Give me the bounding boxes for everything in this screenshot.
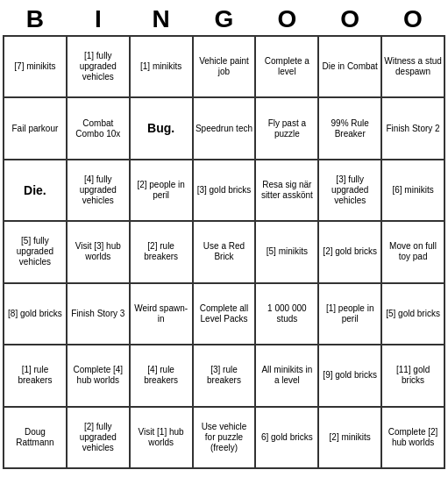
bingo-cell-13[interactable]: Finish Story 2: [381, 97, 444, 159]
bingo-cell-36[interactable]: Complete [4] hub worlds: [67, 345, 130, 406]
header-b: B: [5, 5, 65, 33]
header-i: I: [68, 5, 128, 33]
bingo-cell-17[interactable]: [3] gold bricks: [193, 160, 256, 221]
bingo-cell-11[interactable]: Fly past a puzzle: [255, 97, 318, 159]
bingo-cell-23[interactable]: [2] rule breakers: [130, 221, 193, 282]
bingo-cell-25[interactable]: [5] minikits: [255, 221, 318, 282]
bingo-cell-33[interactable]: [1] people in peril: [318, 283, 381, 345]
bingo-cell-20[interactable]: [6] minikits: [381, 160, 444, 221]
bingo-cell-46[interactable]: 6] gold bricks: [255, 407, 318, 468]
bingo-grid: [7] minikits[1] fully upgraded vehicles[…: [3, 35, 445, 469]
bingo-cell-40[interactable]: [9] gold bricks: [318, 345, 381, 406]
bingo-cell-1[interactable]: [1] fully upgraded vehicles: [67, 36, 130, 97]
header-o2: O: [320, 5, 380, 33]
bingo-cell-26[interactable]: [2] gold bricks: [318, 221, 381, 282]
bingo-cell-15[interactable]: [4] fully upgraded vehicles: [67, 160, 130, 221]
bingo-cell-6[interactable]: Witness a stud despawn: [381, 36, 444, 97]
bingo-cell-35[interactable]: [1] rule breakers: [4, 345, 67, 406]
bingo-cell-10[interactable]: Speedrun tech: [193, 97, 256, 159]
bingo-cell-9[interactable]: Bug.: [130, 97, 193, 159]
bingo-cell-12[interactable]: 99% Rule Breaker: [318, 97, 381, 159]
bingo-cell-27[interactable]: Move on full toy pad: [381, 221, 444, 282]
bingo-cell-4[interactable]: Complete a level: [255, 36, 318, 97]
header-o3: O: [383, 5, 443, 33]
bingo-cell-32[interactable]: 1 000 000 studs: [255, 283, 318, 345]
bingo-cell-39[interactable]: All minikits in a level: [255, 345, 318, 406]
bingo-cell-30[interactable]: Weird spawn-in: [130, 283, 193, 345]
bingo-cell-0[interactable]: [7] minikits: [4, 36, 67, 97]
bingo-cell-43[interactable]: [2] fully upgraded vehicles: [67, 407, 130, 468]
bingo-cell-44[interactable]: Visit [1] hub worlds: [130, 407, 193, 468]
bingo-cell-37[interactable]: [4] rule breakers: [130, 345, 193, 406]
bingo-cell-18[interactable]: Resa sig när sitter asskönt: [255, 160, 318, 221]
bingo-cell-38[interactable]: [3] rule breakers: [193, 345, 256, 406]
bingo-cell-41[interactable]: [11] gold bricks: [381, 345, 444, 406]
bingo-cell-29[interactable]: Finish Story 3: [67, 283, 130, 345]
header-g: G: [194, 5, 253, 33]
header-n: N: [132, 5, 191, 33]
bingo-cell-7[interactable]: Fail parkour: [4, 97, 67, 159]
bingo-cell-24[interactable]: Use a Red Brick: [193, 221, 256, 282]
bingo-cell-16[interactable]: [2] people in peril: [130, 160, 193, 221]
header-o1: O: [257, 5, 316, 33]
bingo-cell-8[interactable]: Combat Combo 10x: [67, 97, 130, 159]
bingo-cell-47[interactable]: [2] minikits: [318, 407, 381, 468]
bingo-cell-42[interactable]: Doug Rattmann: [4, 407, 67, 468]
bingo-cell-45[interactable]: Use vehicle for puzzle (freely): [193, 407, 256, 468]
bingo-cell-34[interactable]: [5] gold bricks: [381, 283, 444, 345]
bingo-cell-19[interactable]: [3] fully upgraded vehicles: [318, 160, 381, 221]
bingo-cell-2[interactable]: [1] minikits: [130, 36, 193, 97]
bingo-cell-31[interactable]: Complete all Level Packs: [193, 283, 256, 345]
bingo-cell-48[interactable]: Complete [2] hub worlds: [381, 407, 444, 468]
bingo-header: B I N G O O O: [0, 0, 448, 35]
bingo-cell-14[interactable]: Die.: [4, 160, 67, 221]
bingo-cell-28[interactable]: [8] gold bricks: [4, 283, 67, 345]
bingo-cell-5[interactable]: Die in Combat: [318, 36, 381, 97]
bingo-cell-22[interactable]: Visit [3] hub worlds: [67, 221, 130, 282]
bingo-cell-3[interactable]: Vehicle paint job: [193, 36, 256, 97]
bingo-cell-21[interactable]: [5] fully upgraded vehicles: [4, 221, 67, 282]
